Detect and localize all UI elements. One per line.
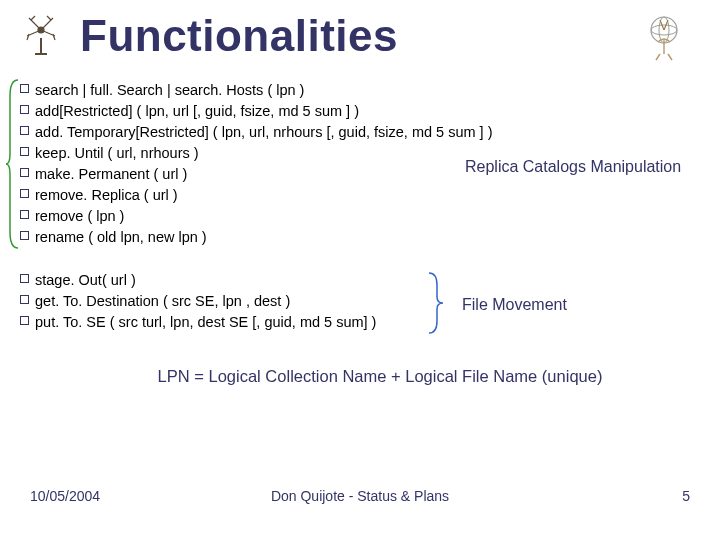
list-item: add. Temporary[Restricted] ( lpn, url, n… <box>20 122 690 143</box>
list-item: put. To. SE ( src turl, lpn, dest SE [, … <box>20 312 690 333</box>
footer-title: Don Quijote - Status & Plans <box>271 488 449 504</box>
bullet-icon <box>20 274 29 283</box>
list-item: search | full. Search | search. Hosts ( … <box>20 80 690 101</box>
group-file-movement: stage. Out( url ) get. To. Destination (… <box>20 270 690 333</box>
list-item: get. To. Destination ( src SE, lpn , des… <box>20 291 690 312</box>
brace-icon <box>6 76 20 252</box>
bullet-icon <box>20 105 29 114</box>
annotation-filemove: File Movement <box>462 296 567 314</box>
slide-footer: 10/05/2004 Don Quijote - Status & Plans … <box>0 488 720 504</box>
bullet-icon <box>20 84 29 93</box>
bullet-icon <box>20 231 29 240</box>
bullet-icon <box>20 168 29 177</box>
bullet-icon <box>20 210 29 219</box>
list-item: add[Restricted] ( lpn, url [, guid, fsiz… <box>20 101 690 122</box>
footer-date: 10/05/2004 <box>30 488 100 504</box>
bullet-icon <box>20 316 29 325</box>
atlas-globe-icon <box>638 10 690 62</box>
footer-page: 5 <box>682 488 690 504</box>
slide-title: Functionalities <box>80 11 398 61</box>
list-item: remove ( lpn ) <box>20 206 690 227</box>
bullet-icon <box>20 126 29 135</box>
bullet-icon <box>20 147 29 156</box>
functions-list-2: stage. Out( url ) get. To. Destination (… <box>20 270 690 333</box>
annotation-replica: Replica Catalogs Manipulation <box>465 158 681 176</box>
lpn-note: LPN = Logical Collection Name + Logical … <box>20 367 690 386</box>
list-item: rename ( old lpn, new lpn ) <box>20 227 690 248</box>
windmill-icon <box>20 14 62 58</box>
bullet-icon <box>20 295 29 304</box>
list-item: remove. Replica ( url ) <box>20 185 690 206</box>
bullet-icon <box>20 189 29 198</box>
list-item: stage. Out( url ) <box>20 270 690 291</box>
slide-header: Functionalities <box>20 10 690 62</box>
group-replica-catalogs: search | full. Search | search. Hosts ( … <box>20 80 690 248</box>
